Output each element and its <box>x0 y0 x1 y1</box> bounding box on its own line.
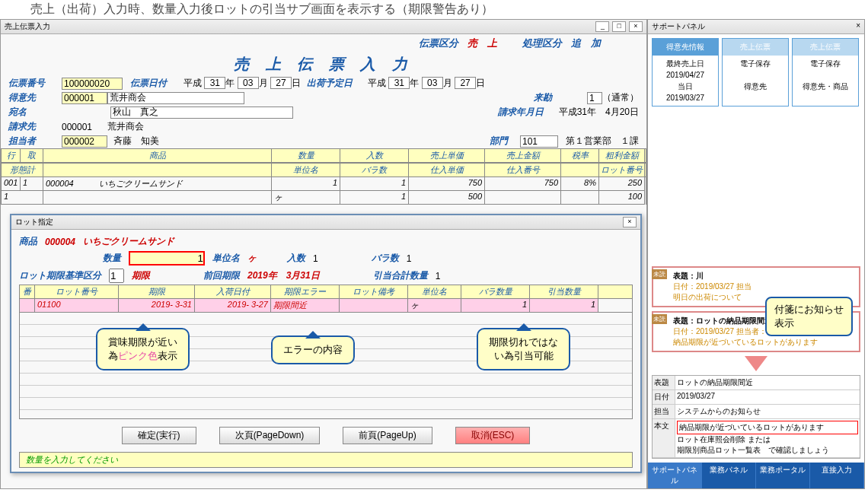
confirm-button[interactable]: 確定(実行) <box>122 427 196 444</box>
sub-nyu-label: 入数 <box>287 252 305 265</box>
tokui-code-input[interactable] <box>62 92 107 104</box>
tile-sales1[interactable]: 売上伝票 電子保存得意先 <box>722 38 789 107</box>
sub-grid-header: 番ロット番号期限 入荷日付期限エラーロット備考 単位名バラ数量引当数量 <box>19 285 633 299</box>
sub-prev-label: 前回期限 <box>203 269 240 282</box>
footer-tabs: サポートパネル 業務パネル 業務ポータル 直接入力 <box>648 463 864 488</box>
seikyu-name: 荒井商会 <box>107 120 144 133</box>
tile-sales2[interactable]: 売上伝票 電子保存得意先・商品 <box>792 38 859 107</box>
date-day-input[interactable] <box>270 77 292 89</box>
support-panel: サポートパネル × 得意先情報 最終売上日2019/04/27 当日2019/0… <box>647 19 865 489</box>
status-message: 数量を入力してください <box>19 452 633 468</box>
date-year-input[interactable] <box>204 77 225 89</box>
sub-grid-empty: 賞味期限が近い 為ピンク色表示 エラーの内容 期限切れではない為引当可能 <box>19 313 633 419</box>
sub-total-label: 引当合計数量 <box>373 269 428 282</box>
seikyu-label: 請求先 <box>8 120 62 133</box>
tokui-name-input[interactable] <box>107 92 244 104</box>
tile-customer[interactable]: 得意先情報 最終売上日2019/04/27 当日2019/03/27 <box>652 38 719 107</box>
sub-base-input[interactable] <box>109 269 124 283</box>
arrow-down-icon <box>745 356 767 371</box>
callout-ok: 期限切れではない為引当可能 <box>477 328 570 370</box>
tokui-label: 得意先 <box>8 91 62 104</box>
denpyo-date-label: 伝票日付 <box>130 77 183 90</box>
denpyo-no-label: 伝票番号 <box>8 77 62 90</box>
sub-qty-input[interactable] <box>129 251 205 265</box>
tab-direct[interactable]: 直接入力 <box>810 463 864 488</box>
raiten-text: （通常） <box>602 91 639 104</box>
shori-kubun-value: 追 加 <box>571 37 601 49</box>
raiten-input[interactable] <box>587 92 602 104</box>
grid-row[interactable]: 0011 000004 いちごクリームサンド 11 750750 8%250 <box>1 177 646 191</box>
sub-item-name: いちごクリームサンド <box>83 235 174 248</box>
note-badge-icon: 未読 <box>652 269 667 279</box>
bumon-code-input[interactable] <box>520 135 558 148</box>
callout-error: エラーの内容 <box>271 335 355 364</box>
bumon-name: 第１営業部 １課 <box>566 135 639 148</box>
sub-qty-label: 数量 <box>103 252 121 265</box>
raiten-label: 来勘 <box>534 91 587 104</box>
sub-window-title: ロット指定 <box>15 217 53 227</box>
minimize-icon[interactable]: _ <box>595 21 609 32</box>
sub-item-code: 000004 <box>45 237 75 247</box>
main-titlebar: 売上伝票入力 _ □ × <box>1 20 646 34</box>
prev-page-button[interactable]: 前頁(PageUp) <box>343 427 432 444</box>
sub-base-label: ロット期限基準区分 <box>19 269 101 282</box>
sub-grid-row-pink[interactable]: 01100 2019- 3-31 2019- 3-27 期限間近 ヶ 1 1 <box>19 299 633 313</box>
ship-date-label: 出荷予定日 <box>307 77 368 90</box>
callout-sticky: 付箋にお知らせ表示 <box>765 297 853 336</box>
atena-label: 宛名 <box>8 106 62 119</box>
sub-close-icon[interactable]: × <box>623 217 637 227</box>
callout-pink: 賞味期限が近い 為ピンク色表示 <box>96 328 190 370</box>
grid-header: 行取商品 数量入数売上単価 売上金額税率粗利金額 <box>1 148 646 163</box>
sub-bara-label: バラ数 <box>372 252 399 265</box>
ship-month-input[interactable] <box>422 77 443 89</box>
seikyu-code: 000001 <box>62 122 107 132</box>
grid-subheader: 形態計単位名 バラ数仕入単価仕入番号 ロット番号 <box>1 163 646 177</box>
tab-gyomu[interactable]: 業務パネル <box>702 463 756 488</box>
note-highlight: 納品期限が近づいているロットがあります <box>677 421 858 434</box>
ship-year-input[interactable] <box>388 77 410 89</box>
seikyu-date-value: 平成31年 4月20日 <box>559 106 639 119</box>
page-title: 売上（出荷）入力時、数量入力後ロットの引当サブ画面を表示する（期限警告あり） <box>0 0 868 19</box>
shori-kubun-label: 処理区分 <box>522 37 562 49</box>
tantou-code-input[interactable] <box>62 135 107 148</box>
tantou-label: 担当者 <box>8 135 62 148</box>
sub-unit-label: 単位名 <box>212 252 240 265</box>
denpyo-no-input[interactable] <box>62 78 123 90</box>
bumon-label: 部門 <box>490 135 520 148</box>
close-icon[interactable]: × <box>629 21 643 32</box>
sub-item-label: 商品 <box>19 235 37 248</box>
ship-day-input[interactable] <box>455 77 476 89</box>
tab-support[interactable]: サポートパネル <box>648 463 702 488</box>
denpyo-kubun-label: 伝票区分 <box>419 37 458 49</box>
lot-sub-window: ロット指定 × 商品 000004 いちごクリームサンド 数量 単位名 ヶ 入数… <box>10 214 642 473</box>
note-detail: 表題ロットの納品期限間近 日付2019/03/27 担当システムからのお知らせ … <box>652 375 860 459</box>
cancel-button[interactable]: 取消(ESC) <box>455 427 531 444</box>
support-close-icon[interactable]: × <box>856 21 860 32</box>
tantou-name: 斉藤 知美 <box>113 135 159 148</box>
date-month-input[interactable] <box>238 77 259 89</box>
seikyu-date-label: 請求年月日 <box>498 106 559 119</box>
document-title: 売 上 伝 票 入 力 <box>1 52 646 76</box>
sub-unit-val: ヶ <box>247 252 257 265</box>
support-panel-title: サポートパネル <box>652 21 705 32</box>
grid-row-sub[interactable]: 1 ヶ1 500100 <box>1 191 646 205</box>
tab-portal[interactable]: 業務ポータル <box>756 463 810 488</box>
denpyo-kubun-value: 売 上 <box>468 37 497 49</box>
sub-titlebar: ロット指定 × <box>11 215 640 230</box>
maximize-icon[interactable]: □ <box>612 21 626 32</box>
atena-input[interactable] <box>110 107 293 119</box>
note-badge-icon: 未読 <box>652 314 667 324</box>
next-page-button[interactable]: 次頁(PageDown) <box>219 427 321 444</box>
main-window: 売上伝票入力 _ □ × 伝票区分 売 上 処理区分 追 加 売 上 伝 票 入… <box>0 19 647 489</box>
window-title: 売上伝票入力 <box>5 21 50 32</box>
